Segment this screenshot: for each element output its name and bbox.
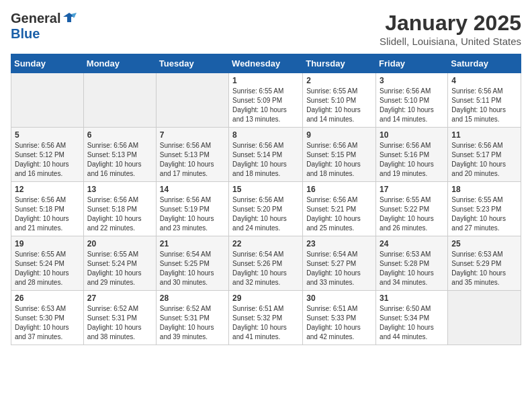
day-cell: 7Sunrise: 6:56 AMSunset: 5:13 PMDaylight… (156, 128, 228, 182)
col-header-thursday: Thursday (303, 54, 376, 73)
empty-cell (156, 73, 228, 128)
day-cell: 10Sunrise: 6:56 AMSunset: 5:16 PMDayligh… (376, 128, 448, 182)
col-header-tuesday: Tuesday (156, 54, 228, 73)
day-number: 27 (87, 293, 152, 303)
day-cell: 30Sunrise: 6:51 AMSunset: 5:33 PMDayligh… (303, 291, 376, 345)
day-info: Sunrise: 6:56 AMSunset: 5:12 PMDaylight:… (15, 141, 80, 179)
day-info: Sunrise: 6:54 AMSunset: 5:27 PMDaylight:… (306, 250, 372, 287)
day-cell: 13Sunrise: 6:56 AMSunset: 5:18 PMDayligh… (83, 182, 156, 236)
header: General Blue January 2025 Slidell, Louis… (11, 11, 521, 47)
day-cell: 27Sunrise: 6:52 AMSunset: 5:31 PMDayligh… (83, 291, 156, 345)
day-number: 22 (232, 239, 299, 248)
day-info: Sunrise: 6:56 AMSunset: 5:15 PMDaylight:… (306, 141, 372, 179)
day-number: 16 (306, 185, 372, 194)
day-number: 13 (87, 185, 152, 194)
day-info: Sunrise: 6:56 AMSunset: 5:21 PMDaylight:… (306, 195, 372, 233)
day-info: Sunrise: 6:56 AMSunset: 5:20 PMDaylight:… (232, 195, 299, 233)
day-number: 4 (451, 76, 517, 85)
day-info: Sunrise: 6:56 AMSunset: 5:18 PMDaylight:… (15, 195, 80, 233)
day-number: 15 (232, 185, 299, 194)
calendar-row: 5Sunrise: 6:56 AMSunset: 5:12 PMDaylight… (11, 128, 521, 182)
day-info: Sunrise: 6:56 AMSunset: 5:13 PMDaylight:… (160, 141, 225, 179)
day-cell: 1Sunrise: 6:55 AMSunset: 5:09 PMDaylight… (229, 73, 303, 128)
day-info: Sunrise: 6:51 AMSunset: 5:33 PMDaylight:… (306, 304, 372, 342)
day-number: 5 (15, 130, 80, 140)
day-cell: 26Sunrise: 6:53 AMSunset: 5:30 PMDayligh… (11, 291, 84, 345)
day-number: 8 (232, 130, 299, 140)
day-info: Sunrise: 6:54 AMSunset: 5:25 PMDaylight:… (160, 250, 225, 287)
empty-cell (11, 73, 84, 128)
calendar-header-row: SundayMondayTuesdayWednesdayThursdayFrid… (11, 54, 521, 73)
day-cell: 9Sunrise: 6:56 AMSunset: 5:15 PMDaylight… (303, 128, 376, 182)
calendar-table: SundayMondayTuesdayWednesdayThursdayFrid… (11, 54, 521, 345)
day-info: Sunrise: 6:56 AMSunset: 5:10 PMDaylight:… (380, 87, 444, 124)
day-cell: 20Sunrise: 6:55 AMSunset: 5:24 PMDayligh… (83, 236, 156, 291)
day-info: Sunrise: 6:50 AMSunset: 5:34 PMDaylight:… (380, 304, 444, 342)
calendar-row: 19Sunrise: 6:55 AMSunset: 5:24 PMDayligh… (11, 236, 521, 291)
day-info: Sunrise: 6:51 AMSunset: 5:32 PMDaylight:… (232, 304, 299, 342)
day-cell: 5Sunrise: 6:56 AMSunset: 5:12 PMDaylight… (11, 128, 84, 182)
col-header-saturday: Saturday (448, 54, 521, 73)
day-number: 9 (306, 130, 372, 140)
day-number: 10 (380, 130, 444, 140)
day-info: Sunrise: 6:53 AMSunset: 5:29 PMDaylight:… (451, 250, 517, 287)
day-info: Sunrise: 6:56 AMSunset: 5:14 PMDaylight:… (232, 141, 299, 179)
day-number: 6 (87, 130, 152, 140)
day-number: 2 (306, 76, 372, 85)
logo: General Blue (11, 11, 77, 42)
calendar-row: 12Sunrise: 6:56 AMSunset: 5:18 PMDayligh… (11, 182, 521, 236)
empty-cell (83, 73, 156, 128)
day-info: Sunrise: 6:55 AMSunset: 5:24 PMDaylight:… (15, 250, 80, 287)
day-cell: 8Sunrise: 6:56 AMSunset: 5:14 PMDaylight… (229, 128, 303, 182)
title-area: January 2025 Slidell, Louisiana, United … (380, 11, 521, 47)
day-cell: 15Sunrise: 6:56 AMSunset: 5:20 PMDayligh… (229, 182, 303, 236)
empty-cell (448, 291, 521, 345)
day-cell: 28Sunrise: 6:52 AMSunset: 5:31 PMDayligh… (156, 291, 228, 345)
day-number: 12 (15, 185, 80, 194)
day-cell: 19Sunrise: 6:55 AMSunset: 5:24 PMDayligh… (11, 236, 84, 291)
day-cell: 14Sunrise: 6:56 AMSunset: 5:19 PMDayligh… (156, 182, 228, 236)
day-number: 1 (232, 76, 299, 85)
day-cell: 29Sunrise: 6:51 AMSunset: 5:32 PMDayligh… (229, 291, 303, 345)
calendar-row: 26Sunrise: 6:53 AMSunset: 5:30 PMDayligh… (11, 291, 521, 345)
day-cell: 23Sunrise: 6:54 AMSunset: 5:27 PMDayligh… (303, 236, 376, 291)
col-header-monday: Monday (83, 54, 156, 73)
day-cell: 12Sunrise: 6:56 AMSunset: 5:18 PMDayligh… (11, 182, 84, 236)
day-number: 17 (380, 185, 444, 194)
day-number: 28 (160, 293, 225, 303)
day-cell: 2Sunrise: 6:55 AMSunset: 5:10 PMDaylight… (303, 73, 376, 128)
day-cell: 24Sunrise: 6:53 AMSunset: 5:28 PMDayligh… (376, 236, 448, 291)
day-cell: 21Sunrise: 6:54 AMSunset: 5:25 PMDayligh… (156, 236, 228, 291)
calendar-row: 1Sunrise: 6:55 AMSunset: 5:09 PMDaylight… (11, 73, 521, 128)
day-number: 26 (15, 293, 80, 303)
day-number: 23 (306, 239, 372, 248)
day-number: 20 (87, 239, 152, 248)
day-info: Sunrise: 6:53 AMSunset: 5:30 PMDaylight:… (15, 304, 80, 342)
logo-bird-icon (62, 10, 77, 25)
day-number: 11 (451, 130, 517, 140)
logo-general: General (11, 11, 60, 26)
day-info: Sunrise: 6:55 AMSunset: 5:23 PMDaylight:… (451, 195, 517, 233)
day-info: Sunrise: 6:52 AMSunset: 5:31 PMDaylight:… (160, 304, 225, 342)
location-title: Slidell, Louisiana, United States (380, 36, 521, 47)
day-cell: 17Sunrise: 6:55 AMSunset: 5:22 PMDayligh… (376, 182, 448, 236)
day-number: 30 (306, 293, 372, 303)
logo-blue: Blue (11, 26, 40, 41)
day-info: Sunrise: 6:56 AMSunset: 5:17 PMDaylight:… (451, 141, 517, 179)
col-header-friday: Friday (376, 54, 448, 73)
day-cell: 6Sunrise: 6:56 AMSunset: 5:13 PMDaylight… (83, 128, 156, 182)
month-title: January 2025 (380, 11, 521, 36)
day-number: 14 (160, 185, 225, 194)
day-cell: 16Sunrise: 6:56 AMSunset: 5:21 PMDayligh… (303, 182, 376, 236)
day-info: Sunrise: 6:56 AMSunset: 5:19 PMDaylight:… (160, 195, 225, 233)
day-cell: 4Sunrise: 6:56 AMSunset: 5:11 PMDaylight… (448, 73, 521, 128)
day-info: Sunrise: 6:54 AMSunset: 5:26 PMDaylight:… (232, 250, 299, 287)
day-number: 3 (380, 76, 444, 85)
day-number: 19 (15, 239, 80, 248)
day-number: 18 (451, 185, 517, 194)
day-number: 31 (380, 293, 444, 303)
day-info: Sunrise: 6:53 AMSunset: 5:28 PMDaylight:… (380, 250, 444, 287)
col-header-wednesday: Wednesday (229, 54, 303, 73)
day-info: Sunrise: 6:56 AMSunset: 5:16 PMDaylight:… (380, 141, 444, 179)
day-cell: 11Sunrise: 6:56 AMSunset: 5:17 PMDayligh… (448, 128, 521, 182)
